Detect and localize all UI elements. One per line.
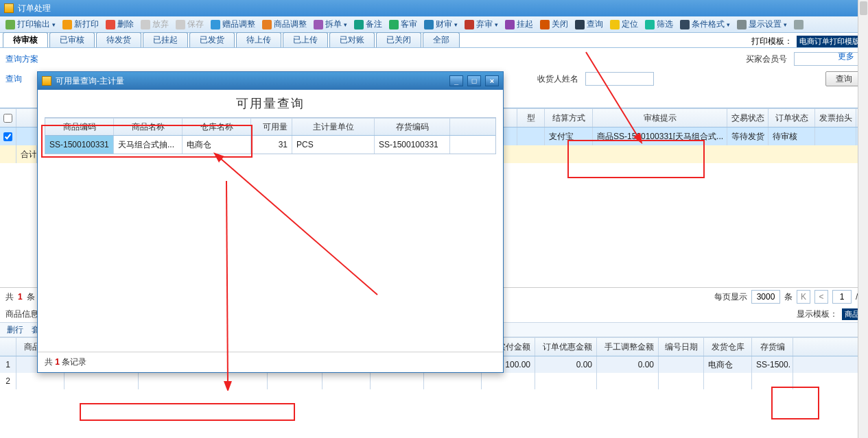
total-count: 1 xyxy=(18,292,23,302)
drow-discount: 0.00 xyxy=(535,356,597,373)
tb-save[interactable]: 保存 xyxy=(173,18,207,31)
hdr-checkbox[interactable] xyxy=(0,109,16,127)
cell-trade: 等待发货 xyxy=(727,127,769,145)
dhdr-warehouse[interactable]: 发货仓库 xyxy=(704,338,752,356)
tb-delete[interactable]: 删除 xyxy=(103,18,137,31)
dhdr-stock[interactable]: 存货编 xyxy=(752,338,793,356)
dialog-icon xyxy=(42,76,51,86)
qhdr-warehouse[interactable]: 仓库名称 xyxy=(183,119,251,135)
hdr-type[interactable]: 型 xyxy=(517,109,545,127)
tb-hold[interactable]: 挂起 xyxy=(502,18,536,31)
vertical-scrollbar[interactable] xyxy=(858,0,868,438)
tb-locate[interactable]: 定位 xyxy=(607,18,641,31)
tab-held[interactable]: 已挂起 xyxy=(143,32,188,47)
drow-adjust: 0.00 xyxy=(597,356,659,373)
tb-unaudit[interactable]: 弃审▾ xyxy=(462,18,501,31)
tab-all[interactable]: 全部 xyxy=(423,32,460,47)
dialog-maximize-button[interactable]: □ xyxy=(467,75,481,86)
receiver-input[interactable] xyxy=(585,72,654,86)
tb-cust-audit[interactable]: 客审 xyxy=(386,18,420,31)
annotation-box xyxy=(771,387,819,419)
dt-delete-row[interactable]: 删行 xyxy=(7,324,23,336)
page-input[interactable] xyxy=(832,290,852,304)
qcell-code: SS-1500100331 xyxy=(45,136,114,154)
dialog-close-button[interactable]: × xyxy=(485,75,499,86)
scrollbar-thumb[interactable] xyxy=(860,1,867,15)
buyer-id-label: 买家会员号 xyxy=(746,53,787,65)
qhdr-avail[interactable]: 可用量 xyxy=(251,119,292,135)
window-title-bar: 订单处理 xyxy=(0,0,868,16)
per-page-unit: 条 xyxy=(784,291,793,303)
tb-print-output[interactable]: 打印输出▾ xyxy=(3,18,58,31)
dialog-minimize-button[interactable]: _ xyxy=(449,75,463,86)
avail-query-dialog: 可用量查询-主计量 _ □ × 可用量查询 商品编码 商品名称 仓库名称 可用量… xyxy=(37,71,504,373)
tb-display-settings[interactable]: 显示设置▾ xyxy=(734,18,790,31)
dialog-title-bar[interactable]: 可用量查询-主计量 _ □ × xyxy=(38,72,503,90)
prev-page-button[interactable]: < xyxy=(814,290,828,304)
tb-split[interactable]: 拆单▾ xyxy=(311,18,350,31)
total-suffix: 条 xyxy=(27,291,35,303)
status-tabs: 待审核 已审核 待发货 已挂起 已发货 待上传 已上传 已对账 已关闭 全部 打… xyxy=(0,33,868,48)
per-page-input[interactable] xyxy=(751,290,780,304)
annotation-box xyxy=(80,403,295,421)
row-checkbox[interactable] xyxy=(3,132,12,141)
tb-more[interactable] xyxy=(791,19,806,30)
qhdr-name[interactable]: 商品名称 xyxy=(114,119,183,135)
qcell-name: 天马组合式抽... xyxy=(114,136,183,154)
query-scheme-link[interactable]: 查询方案 xyxy=(5,53,38,65)
search-button[interactable]: 查询 xyxy=(825,71,863,86)
tab-audited[interactable]: 已审核 xyxy=(49,32,95,47)
query-link[interactable]: 查询 xyxy=(5,73,22,85)
dialog-footer: 共 1 条记录 xyxy=(38,352,503,372)
dhdr-adjust[interactable]: 手工调整金额 xyxy=(597,338,659,356)
tab-pending-upload[interactable]: 待上传 xyxy=(236,32,281,47)
app-icon xyxy=(4,3,14,13)
more-link[interactable]: 更多 xyxy=(838,51,854,62)
print-template-area: 打印模板： 电商订单打印模版 xyxy=(751,36,865,47)
tb-remark[interactable]: 备注 xyxy=(351,18,385,31)
per-page-label: 每页显示 xyxy=(714,291,747,303)
qhdr-unit[interactable]: 主计量单位 xyxy=(292,119,375,135)
tb-product-adjust[interactable]: 商品调整 xyxy=(259,18,309,31)
print-template-value[interactable]: 电商订单打印模版 xyxy=(797,36,863,47)
detail-tpl-label: 显示模板： xyxy=(797,308,838,320)
dhdr-discount[interactable]: 订单优惠金额 xyxy=(535,338,597,356)
dlg-foot-suffix: 条记录 xyxy=(62,357,86,367)
tab-pending-ship[interactable]: 待发货 xyxy=(96,32,141,47)
detail-row[interactable]: 2 xyxy=(0,373,868,389)
hdr-invoice[interactable]: 发票抬头 xyxy=(815,109,856,127)
tab-pending-audit[interactable]: 待审核 xyxy=(3,32,48,47)
dialog-grid: 商品编码 商品名称 仓库名称 可用量 主计量单位 存货编码 SS-1500100… xyxy=(45,117,496,154)
first-page-button[interactable]: K xyxy=(797,290,810,304)
hdr-order[interactable]: 订单状态 xyxy=(769,109,815,127)
cell-settle: 支付宝 xyxy=(545,127,593,145)
hdr-trade[interactable]: 交易状态 xyxy=(727,109,769,127)
dialog-row[interactable]: SS-1500100331 天马组合式抽... 电商仓 31 PCS SS-15… xyxy=(45,136,495,154)
qcell-warehouse: 电商仓 xyxy=(183,136,251,154)
tb-new-print[interactable]: 新打印 xyxy=(60,18,102,31)
dlg-foot-prefix: 共 xyxy=(45,357,53,367)
tb-filter[interactable]: 筛选 xyxy=(642,18,676,31)
cell-order: 待审核 xyxy=(769,127,815,145)
qhdr-inventory[interactable]: 存货编码 xyxy=(375,119,450,135)
window-title: 订单处理 xyxy=(18,3,51,14)
tb-cond-format[interactable]: 条件格式▾ xyxy=(677,18,733,31)
tb-discard[interactable]: 放弃 xyxy=(138,18,172,31)
tab-shipped[interactable]: 已发货 xyxy=(189,32,235,47)
tb-query[interactable]: 查询 xyxy=(572,18,606,31)
dialog-title: 可用量查询-主计量 xyxy=(56,75,124,87)
hdr-settle[interactable]: 结算方式 xyxy=(545,109,593,127)
select-all-checkbox[interactable] xyxy=(3,114,12,123)
cell-audit: 商品SS-1500100331[天马组合式... xyxy=(593,127,727,145)
hdr-audit[interactable]: 审核提示 xyxy=(593,109,727,127)
tab-uploaded[interactable]: 已上传 xyxy=(283,32,328,47)
tb-close[interactable]: 关闭 xyxy=(537,18,571,31)
drow-warehouse: 电商仓 xyxy=(704,356,752,373)
qcell-unit: PCS xyxy=(292,136,375,154)
dhdr-date[interactable]: 编号日期 xyxy=(659,338,704,356)
tab-reconciled[interactable]: 已对账 xyxy=(329,32,375,47)
tab-closed[interactable]: 已关闭 xyxy=(376,32,421,47)
tb-gift-adjust[interactable]: 赠品调整 xyxy=(208,18,258,31)
tb-fin-audit[interactable]: 财审▾ xyxy=(421,18,460,31)
qhdr-code[interactable]: 商品编码 xyxy=(45,119,114,135)
